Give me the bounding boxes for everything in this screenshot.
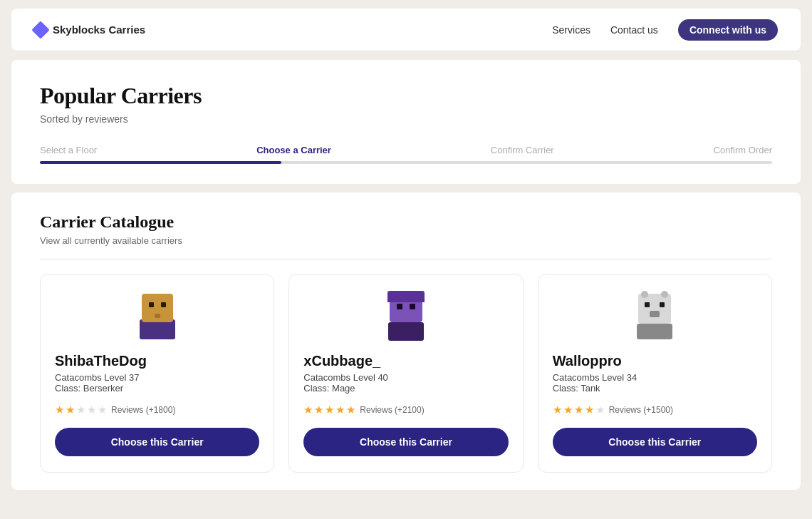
rating-shiba: ★ ★ ★ ★ ★ Reviews (+1800) <box>55 404 175 416</box>
choose-walloppro-button[interactable]: Choose this Carrier <box>553 428 757 456</box>
nav-connect[interactable]: Connect with us <box>678 19 778 41</box>
star-2: ★ <box>66 404 75 416</box>
star-4: ★ <box>87 404 96 416</box>
nav-contact[interactable]: Contact us <box>610 24 658 36</box>
progress-track <box>40 161 772 164</box>
navbar: Skyblocks Carries Services Contact us Co… <box>11 9 801 51</box>
cards-grid: ShibaTheDog Catacombs Level 37 Class: Be… <box>40 260 772 490</box>
step-choose-carrier: Choose a Carrier <box>256 145 331 155</box>
star-5: ★ <box>98 404 107 416</box>
carrier-class-xcubbage: Class: Mage <box>303 383 355 394</box>
star-1: ★ <box>303 404 313 416</box>
choose-xcubbage-button[interactable]: Choose this Carrier <box>303 428 508 456</box>
progress-section: Select a Floor Choose a Carrier Confirm … <box>40 145 772 164</box>
catalogue-subtitle: View all currently available carriers <box>40 235 772 246</box>
carrier-level-xcubbage: Catacombs Level 40 <box>303 372 388 383</box>
hero-title: Popular Carriers <box>40 83 772 109</box>
catalogue-title: Carrier Catalogue <box>40 212 772 232</box>
star-3: ★ <box>76 404 85 416</box>
catalogue-section: Carrier Catalogue View all currently ava… <box>11 192 801 490</box>
star-5: ★ <box>595 404 605 416</box>
carrier-card-shiba: ShibaTheDog Catacombs Level 37 Class: Be… <box>40 274 274 473</box>
star-4: ★ <box>585 404 594 416</box>
logo-text: Skyblocks Carries <box>53 24 145 36</box>
logo: Skyblocks Carries <box>34 24 145 36</box>
avatar-container-walloppro <box>553 292 757 341</box>
progress-fill <box>40 161 281 164</box>
avatar-shiba <box>132 294 183 339</box>
carrier-name-walloppro: Walloppro <box>553 353 622 369</box>
reviews-xcubbage: Reviews (+2100) <box>360 405 424 415</box>
nav-links: Services Contact us Connect with us <box>552 19 778 41</box>
star-4: ★ <box>335 404 345 416</box>
logo-diamond-icon <box>31 21 49 38</box>
stars-xcubbage: ★ ★ ★ ★ ★ <box>303 404 355 416</box>
avatar-xcubbage <box>380 292 432 341</box>
progress-steps: Select a Floor Choose a Carrier Confirm … <box>40 145 772 155</box>
carrier-card-walloppro: Walloppro Catacombs Level 34 Class: Tank… <box>538 274 772 473</box>
star-1: ★ <box>553 404 562 416</box>
stars-shiba: ★ ★ ★ ★ ★ <box>55 404 107 416</box>
carrier-card-xcubbage: xCubbage_ Catacombs Level 40 Class: Mage… <box>288 274 523 473</box>
star-3: ★ <box>325 404 334 416</box>
carrier-level-walloppro: Catacombs Level 34 <box>553 372 637 383</box>
avatar-walloppro <box>629 294 680 339</box>
nav-services[interactable]: Services <box>552 24 590 36</box>
avatar-container-xcubbage <box>303 292 508 341</box>
star-1: ★ <box>55 404 64 416</box>
star-5: ★ <box>346 404 355 416</box>
carrier-class-walloppro: Class: Tank <box>553 383 600 394</box>
rating-xcubbage: ★ ★ ★ ★ ★ Reviews (+2100) <box>303 404 424 416</box>
star-2: ★ <box>314 404 323 416</box>
step-confirm-order: Confirm Order <box>714 145 772 155</box>
hero-section: Popular Carriers Sorted by reviewers Sel… <box>11 60 801 184</box>
stars-walloppro: ★ ★ ★ ★ ★ <box>553 404 605 416</box>
carrier-name-xcubbage: xCubbage_ <box>303 353 380 369</box>
choose-shiba-button[interactable]: Choose this Carrier <box>55 428 259 456</box>
star-2: ★ <box>563 404 573 416</box>
star-3: ★ <box>574 404 583 416</box>
carrier-level-shiba: Catacombs Level 37 <box>55 372 140 383</box>
avatar-container-shiba <box>55 292 259 341</box>
carrier-class-shiba: Class: Berserker <box>55 383 123 394</box>
step-select-floor: Select a Floor <box>40 145 97 155</box>
carrier-name-shiba: ShibaTheDog <box>55 353 147 369</box>
reviews-walloppro: Reviews (+1500) <box>609 405 673 415</box>
step-confirm-carrier: Confirm Carrier <box>491 145 554 155</box>
reviews-shiba: Reviews (+1800) <box>111 405 175 415</box>
rating-walloppro: ★ ★ ★ ★ ★ Reviews (+1500) <box>553 404 673 416</box>
hero-subtitle: Sorted by reviewers <box>40 113 772 125</box>
